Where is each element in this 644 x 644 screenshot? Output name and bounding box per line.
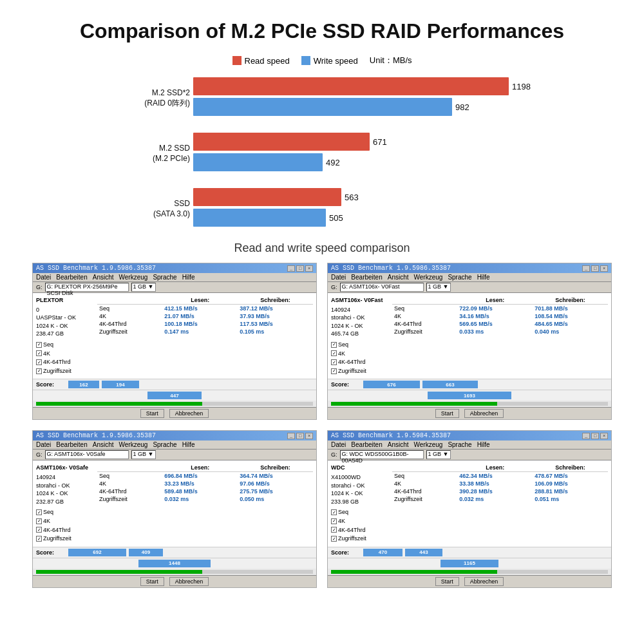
bench-drive-input-0[interactable]: G: PLEXTOR PX-256M9Pe SCSI Disk xyxy=(45,283,129,292)
bench-size-select-1[interactable]: 1 GB ▼ xyxy=(426,283,451,292)
read-value-1: 671 xyxy=(373,137,387,147)
bench-score-total-bar-0: 447 xyxy=(147,392,202,399)
bench-info-0: PLEXTOR 0UASPStar - OK1024 K - OK238.47 … xyxy=(36,296,94,375)
bench-titlebar-1: AS SSD Benchmark 1.9.5986.35387 _ □ × xyxy=(328,263,611,273)
read-bar-row-1: 671 xyxy=(193,133,541,151)
bench-size-select-3[interactable]: 1 GB ▼ xyxy=(426,450,451,459)
write-value-1: 492 xyxy=(326,158,340,167)
chart-groups: M.2 SSD*2(RAID 0阵列) 1198 982 M.2 SSD(M.2… xyxy=(103,75,541,231)
bench-toolbar-0: G: G: PLEXTOR PX-256M9Pe SCSI Disk 1 GB … xyxy=(33,282,316,293)
bench-abort-btn-1[interactable]: Abbrechen xyxy=(464,409,504,418)
bench-footer-1[interactable]: Start Abbrechen xyxy=(328,407,611,419)
bench-minimize-btn-0[interactable]: _ xyxy=(287,265,295,272)
bench-menu-1: Datei Bearbeiten Ansicht Werkzeug Sprach… xyxy=(328,273,611,282)
bench-title-1: AS SSD Benchmark 1.9.5986.35387 xyxy=(331,265,451,272)
bench-size-select-2[interactable]: 1 GB ▼ xyxy=(131,450,156,459)
read-bar-1 xyxy=(193,133,370,151)
read-color-box xyxy=(232,56,242,65)
bench-titlebar-2: AS SSD Benchmark 1.9.5986.35387 _ □ × xyxy=(33,431,316,440)
bench-start-btn-2[interactable]: Start xyxy=(140,577,164,586)
bench-minimize-btn-2[interactable]: _ xyxy=(287,433,295,439)
bench-toolbar-2: G: G: ASMT106x- V0Safe 1 GB ▼ xyxy=(33,450,316,460)
bench-abort-btn-0[interactable]: Abbrechen xyxy=(169,409,209,418)
group-label-2: SSD(SATA 3.0) xyxy=(106,198,190,219)
bench-window-btns-2[interactable]: _ □ × xyxy=(287,433,313,439)
bench-start-btn-0[interactable]: Start xyxy=(140,409,164,418)
bar-chart: M.2 SSD*2(RAID 0阵列) 1198 982 M.2 SSD(M.2… xyxy=(103,75,541,231)
bench-minimize-btn-1[interactable]: _ xyxy=(582,265,590,272)
bench-score-read-bar-0: 162 xyxy=(68,381,99,388)
write-bar-2 xyxy=(193,209,326,227)
bench-abort-btn-3[interactable]: Abbrechen xyxy=(464,577,504,586)
bench-body-1: ASMT106x- V0Fast 140924storahci - OK1024… xyxy=(328,293,611,379)
bench-info-3: WDC X41000WDstorahci - OK1024 K - OK233.… xyxy=(331,464,389,543)
bench-drive-input-3[interactable]: G: WDC WDS500G1B0B-00A54D xyxy=(340,450,424,459)
bench-footer-2[interactable]: Start Abbrechen xyxy=(33,575,316,587)
bench-progress-fill-3 xyxy=(331,570,497,574)
bench-score-row-2: Score: 692 409 xyxy=(33,547,316,558)
bench-titlebar-3: AS SSD Benchmark 1.9.5984.35387 _ □ × xyxy=(328,431,611,440)
bench-menu-3: Datei Bearbeiten Ansicht Werkzeug Sprach… xyxy=(328,440,611,450)
bench-start-btn-3[interactable]: Start xyxy=(435,577,459,586)
write-bar-1 xyxy=(193,153,323,171)
bench-maximize-btn-0[interactable]: □ xyxy=(296,265,304,272)
bench-start-btn-1[interactable]: Start xyxy=(435,409,459,418)
bench-progress-fill-1 xyxy=(331,402,497,406)
bench-toolbar-3: G: G: WDC WDS500G1B0B-00A54D 1 GB ▼ xyxy=(328,450,611,460)
bench-close-btn-1[interactable]: × xyxy=(600,265,608,272)
legend-read: Read speed xyxy=(232,56,290,66)
bench-progress-fill-0 xyxy=(36,402,202,406)
chart-group-1: M.2 SSD(M.2 PCIe) 671 492 xyxy=(193,131,541,176)
bench-minimize-btn-3[interactable]: _ xyxy=(582,433,590,439)
bench-drive-input-2[interactable]: G: ASMT106x- V0Safe xyxy=(45,450,129,459)
legend-unit-label: Unit：MB/s xyxy=(370,55,412,66)
bench-card-1: AS SSD Benchmark 1.9.5986.35387 _ □ × Da… xyxy=(327,263,612,420)
bench-close-btn-3[interactable]: × xyxy=(600,433,608,439)
legend-unit: Unit：MB/s xyxy=(370,55,412,66)
bench-info-1: ASMT106x- V0Fast 140924storahci - OK1024… xyxy=(331,296,389,375)
bench-footer-0[interactable]: Start Abbrechen xyxy=(33,407,316,419)
bench-window-btns-1[interactable]: _ □ × xyxy=(582,265,608,272)
bench-score-row-1: Score: 676 663 xyxy=(328,379,611,390)
bench-results-0: Lesen: Schreiben: Seq 412.15 MB/s 387.12… xyxy=(97,296,313,375)
bench-menu-2: Datei Bearbeiten Ansicht Werkzeug Sprach… xyxy=(33,440,316,450)
bench-score-total-2: 1448 xyxy=(33,558,316,569)
read-bar-row-0: 1198 xyxy=(193,77,541,95)
bench-maximize-btn-3[interactable]: □ xyxy=(591,433,599,439)
benchmarks-grid: AS SSD Benchmark 1.9.5986.35387 _ □ × Da… xyxy=(32,263,612,588)
read-bar-2 xyxy=(193,188,341,206)
bench-progress-fill-2 xyxy=(36,570,202,574)
page-title: Comparison of M.2 PCIe SSD RAID Performa… xyxy=(26,19,618,43)
bench-score-total-0: 447 xyxy=(33,390,316,401)
bench-title-0: AS SSD Benchmark 1.9.5986.35387 xyxy=(36,265,156,272)
read-value-0: 1198 xyxy=(512,82,531,91)
bench-close-btn-2[interactable]: × xyxy=(305,433,313,439)
chart-subtitle: Read and write speed comparison xyxy=(26,242,618,255)
read-bar-0 xyxy=(193,77,509,95)
bench-maximize-btn-2[interactable]: □ xyxy=(296,433,304,439)
write-color-box xyxy=(301,56,310,65)
bench-window-btns-3[interactable]: _ □ × xyxy=(582,433,608,439)
bench-title-2: AS SSD Benchmark 1.9.5986.35387 xyxy=(36,432,156,439)
bench-card-3: AS SSD Benchmark 1.9.5984.35387 _ □ × Da… xyxy=(327,430,612,587)
bench-info-2: ASMT106x- V0Safe 140924storahci - OK1024… xyxy=(36,464,94,543)
bench-progress-1 xyxy=(331,402,608,406)
bench-results-2: Lesen: Schreiben: Seq 696.84 MB/s 364.74… xyxy=(97,464,313,543)
bench-score-read-bar-1: 676 xyxy=(363,381,420,388)
bench-score-read-bar-2: 692 xyxy=(68,549,126,556)
legend-read-label: Read speed xyxy=(245,56,290,66)
bench-size-select-0[interactable]: 1 GB ▼ xyxy=(131,283,156,292)
bench-close-btn-0[interactable]: × xyxy=(305,265,313,272)
bench-abort-btn-2[interactable]: Abbrechen xyxy=(169,577,209,586)
bench-maximize-btn-1[interactable]: □ xyxy=(591,265,599,272)
bench-progress-0 xyxy=(36,402,313,406)
bench-toolbar-1: G: G: ASMT106x- V0Fast 1 GB ▼ xyxy=(328,282,611,293)
group-label-1: M.2 SSD(M.2 PCIe) xyxy=(106,143,190,164)
bench-window-btns-0[interactable]: _ □ × xyxy=(287,265,313,272)
bench-drive-input-1[interactable]: G: ASMT106x- V0Fast xyxy=(340,283,424,292)
bench-titlebar-0: AS SSD Benchmark 1.9.5986.35387 _ □ × xyxy=(33,263,316,273)
bench-score-total-1: 1693 xyxy=(328,390,611,401)
bench-score-row-0: Score: 162 194 xyxy=(33,379,316,390)
bench-footer-3[interactable]: Start Abbrechen xyxy=(328,575,611,587)
chart-group-0: M.2 SSD*2(RAID 0阵列) 1198 982 xyxy=(193,75,541,120)
